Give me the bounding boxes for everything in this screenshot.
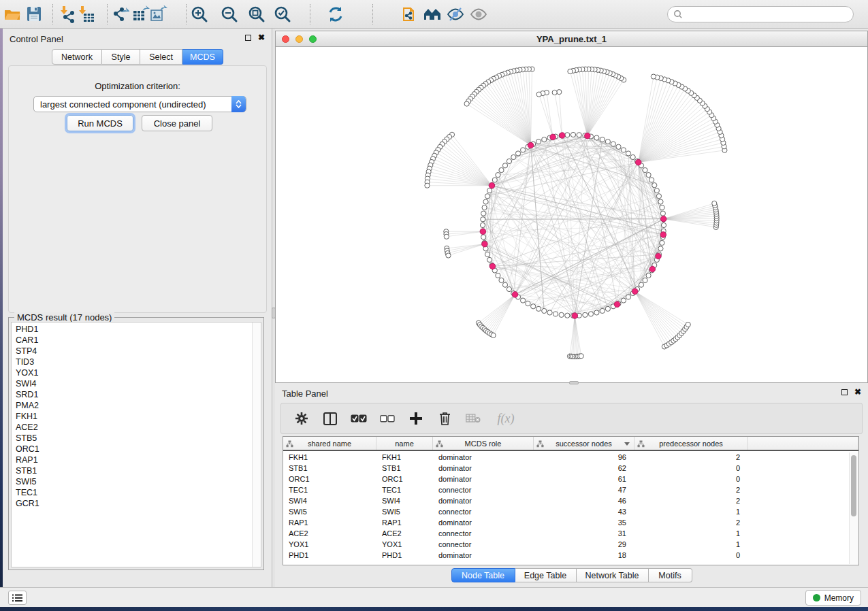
memory-button[interactable]: Memory xyxy=(805,590,861,606)
table-cell[interactable]: 2 xyxy=(634,496,748,507)
tab-mcds[interactable]: MCDS xyxy=(182,49,223,65)
mcds-result-item[interactable]: STB1 xyxy=(16,465,39,476)
table-cell[interactable]: 2 xyxy=(634,452,748,463)
table-row[interactable]: YOX1YOX1connector291 xyxy=(283,540,858,550)
table-cell[interactable]: 1 xyxy=(634,540,748,550)
delete-table-icon[interactable] xyxy=(465,410,481,427)
save-session-icon[interactable] xyxy=(25,5,43,23)
network-window-titlebar[interactable]: YPA_prune.txt_1 xyxy=(276,31,867,47)
column-header[interactable]: shared name xyxy=(283,437,376,450)
mcds-hub-node[interactable] xyxy=(660,216,666,222)
mcds-result-item[interactable]: RAP1 xyxy=(16,455,39,465)
mcds-result-item[interactable]: SWI5 xyxy=(16,476,39,487)
table-cell[interactable]: 29 xyxy=(534,540,634,550)
delete-columns-icon[interactable] xyxy=(436,410,453,427)
table-cell[interactable]: dominator xyxy=(433,463,534,474)
share-document-icon[interactable] xyxy=(402,5,419,23)
export-network-icon[interactable] xyxy=(112,5,129,23)
float-panel-icon[interactable] xyxy=(245,35,251,41)
table-cell[interactable]: TEC1 xyxy=(283,485,376,496)
table-cell[interactable]: 1 xyxy=(634,507,748,518)
table-row[interactable]: PHD1PHD1dominator180 xyxy=(283,550,858,561)
export-table-icon[interactable] xyxy=(132,5,150,23)
mcds-hub-node[interactable] xyxy=(550,134,556,140)
zoom-fit-icon[interactable] xyxy=(248,5,266,23)
mcds-hub-node[interactable] xyxy=(572,313,578,319)
table-cell[interactable]: PHD1 xyxy=(283,550,376,561)
mcds-hub-node[interactable] xyxy=(660,232,666,238)
table-row[interactable]: RAP1RAP1dominator352 xyxy=(283,518,858,529)
table-cell[interactable]: RAP1 xyxy=(376,518,433,529)
table-cell[interactable]: 46 xyxy=(534,496,634,507)
table-cell[interactable]: 0 xyxy=(634,474,748,485)
mcds-hub-node[interactable] xyxy=(614,301,620,308)
table-cell[interactable]: SWI4 xyxy=(283,496,376,507)
table-cell[interactable]: 43 xyxy=(534,507,634,518)
column-header[interactable]: name xyxy=(376,437,433,450)
table-cell[interactable]: 18 xyxy=(534,550,634,561)
table-cell[interactable]: YOX1 xyxy=(376,540,433,550)
network-overview-icon[interactable] xyxy=(423,5,441,23)
run-mcds-button[interactable]: Run MCDS xyxy=(67,115,133,131)
tab-network[interactable]: Network xyxy=(52,49,102,65)
unselect-all-checkboxes-icon[interactable] xyxy=(379,410,396,427)
table-cell[interactable]: FKH1 xyxy=(283,452,376,463)
zoom-in-icon[interactable] xyxy=(191,5,208,23)
table-panel-divider-handle[interactable] xyxy=(569,381,579,384)
mcds-result-item[interactable]: TEC1 xyxy=(16,487,39,498)
tab-select[interactable]: Select xyxy=(140,49,182,65)
import-network-icon[interactable] xyxy=(59,5,77,23)
mcds-result-item[interactable]: STP4 xyxy=(16,346,39,357)
table-cell[interactable]: dominator xyxy=(433,474,534,485)
mcds-hub-node[interactable] xyxy=(512,292,518,298)
table-row[interactable]: STB1STB1dominator620 xyxy=(283,463,858,474)
mcds-result-item[interactable]: TID3 xyxy=(16,357,39,367)
search-box[interactable] xyxy=(667,6,854,22)
table-scrollbar-thumb[interactable] xyxy=(851,455,856,516)
table-cell[interactable]: dominator xyxy=(433,518,534,529)
mcds-result-item[interactable]: ORC1 xyxy=(16,444,39,455)
table-cell[interactable]: YOX1 xyxy=(283,540,376,550)
mcds-hub-node[interactable] xyxy=(482,241,488,247)
table-cell[interactable]: TEC1 xyxy=(376,485,433,496)
column-header[interactable]: predecessor nodes xyxy=(634,437,748,450)
close-table-panel-icon[interactable]: ✖ xyxy=(854,388,861,396)
table-options-gear-icon[interactable] xyxy=(293,410,310,427)
create-column-icon[interactable] xyxy=(408,410,424,427)
import-table-icon[interactable] xyxy=(78,5,95,23)
zoom-selected-icon[interactable] xyxy=(274,5,291,23)
sort-indicator-icon[interactable] xyxy=(624,442,630,446)
table-cell[interactable]: dominator xyxy=(433,452,534,463)
table-cell[interactable]: ORC1 xyxy=(283,474,376,485)
mcds-result-item[interactable]: PHD1 xyxy=(16,324,39,335)
apply-layout-icon[interactable] xyxy=(327,5,344,23)
mcds-result-item[interactable]: STB5 xyxy=(16,433,39,444)
mcds-hub-node[interactable] xyxy=(528,142,534,148)
table-cell[interactable]: ORC1 xyxy=(376,474,433,485)
mcds-result-list[interactable]: PHD1CAR1STP4TID3YOX1SWI4SRD1PMA2FKH1ACE2… xyxy=(11,322,261,567)
table-cell[interactable]: 0 xyxy=(634,550,748,561)
table-cell[interactable]: 47 xyxy=(534,485,634,496)
float-table-panel-icon[interactable] xyxy=(841,389,848,395)
table-cell[interactable]: 61 xyxy=(534,474,634,485)
mcds-result-item[interactable]: CAR1 xyxy=(16,335,39,346)
table-row[interactable]: TEC1TEC1connector472 xyxy=(283,485,858,496)
table-cell[interactable]: dominator xyxy=(433,550,534,561)
table-row[interactable]: ORC1ORC1dominator610 xyxy=(283,474,858,485)
table-cell[interactable]: ACE2 xyxy=(376,529,433,540)
select-all-checkboxes-icon[interactable] xyxy=(351,410,367,427)
mcds-result-item[interactable]: ACE2 xyxy=(16,422,39,433)
network-view[interactable] xyxy=(276,47,867,382)
table-scrollbar[interactable] xyxy=(849,452,858,564)
mcds-hub-node[interactable] xyxy=(632,288,638,295)
mcds-hub-node[interactable] xyxy=(489,182,495,188)
mcds-hub-node[interactable] xyxy=(649,266,656,272)
table-cell[interactable]: PHD1 xyxy=(376,550,433,561)
mcds-hub-node[interactable] xyxy=(480,229,486,235)
mcds-hub-node[interactable] xyxy=(559,133,565,139)
show-columns-icon[interactable] xyxy=(322,410,338,427)
zoom-out-icon[interactable] xyxy=(221,5,238,23)
table-cell[interactable]: RAP1 xyxy=(283,518,376,529)
table-cell[interactable]: 31 xyxy=(534,529,634,540)
table-cell[interactable]: 35 xyxy=(534,518,634,529)
